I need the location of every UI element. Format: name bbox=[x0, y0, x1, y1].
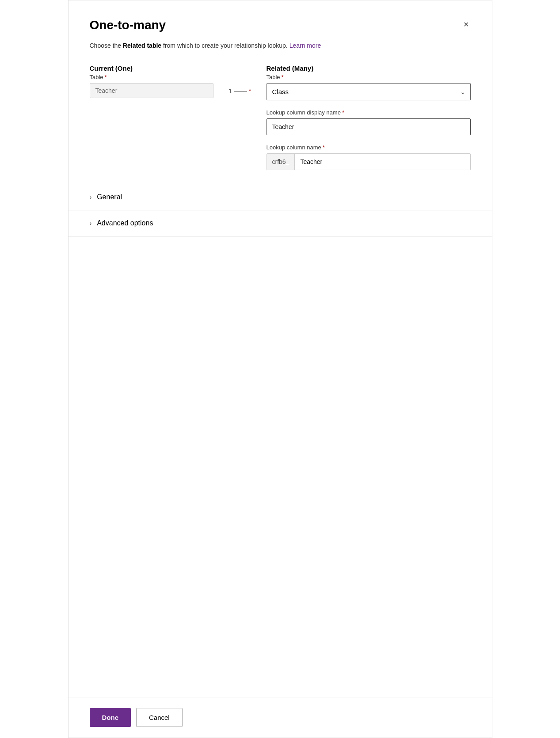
lookup-display-label: Lookup column display name * bbox=[267, 109, 471, 116]
current-column: Current (One) Table * Teacher bbox=[90, 65, 213, 98]
related-table-select[interactable]: Class bbox=[267, 83, 471, 100]
close-button[interactable]: × bbox=[462, 18, 471, 30]
description-suffix: from which to create your relationship l… bbox=[161, 42, 289, 49]
lookup-display-required: * bbox=[342, 109, 344, 116]
description-bold: Related table bbox=[123, 42, 161, 49]
general-section-title: General bbox=[97, 193, 122, 201]
description-prefix: Choose the bbox=[90, 42, 123, 49]
dialog: One-to-many × Choose the Related table f… bbox=[68, 0, 492, 738]
current-table-required: * bbox=[105, 74, 107, 80]
advanced-section: › Advanced options bbox=[69, 210, 492, 236]
advanced-chevron-icon: › bbox=[90, 220, 92, 227]
dialog-header: One-to-many × bbox=[90, 18, 471, 32]
dialog-title: One-to-many bbox=[90, 18, 166, 32]
lookup-name-wrapper: crfb6_ bbox=[267, 153, 471, 170]
dialog-footer: Done Cancel bbox=[69, 697, 492, 738]
lookup-name-label: Lookup column name * bbox=[267, 144, 471, 151]
sep-number: 1 bbox=[229, 87, 232, 95]
related-table-required: * bbox=[282, 74, 284, 80]
advanced-section-toggle[interactable]: › Advanced options bbox=[90, 210, 471, 236]
general-section-toggle[interactable]: › General bbox=[90, 184, 471, 210]
done-button[interactable]: Done bbox=[90, 708, 131, 727]
general-section: › General bbox=[69, 184, 492, 210]
lookup-prefix: crfb6_ bbox=[267, 154, 295, 170]
lookup-name-required: * bbox=[323, 144, 325, 151]
separator-line: 1 * bbox=[229, 87, 251, 95]
learn-more-link[interactable]: Learn more bbox=[290, 42, 321, 49]
sep-dash bbox=[234, 91, 247, 91]
related-table-select-wrapper: Class ⌄ bbox=[267, 83, 471, 100]
form-columns: Current (One) Table * Teacher 1 * Relate… bbox=[90, 65, 471, 170]
current-heading: Current (One) bbox=[90, 65, 213, 72]
dialog-description: Choose the Related table from which to c… bbox=[90, 41, 471, 50]
advanced-section-title: Advanced options bbox=[97, 219, 153, 227]
main-content: One-to-many × Choose the Related table f… bbox=[90, 18, 471, 738]
current-table-label: Table * bbox=[90, 74, 213, 80]
related-table-label: Table * bbox=[267, 74, 471, 80]
sep-asterisk: * bbox=[249, 87, 251, 95]
general-chevron-icon: › bbox=[90, 194, 92, 201]
cancel-button[interactable]: Cancel bbox=[136, 708, 183, 727]
lookup-name-input[interactable] bbox=[295, 154, 470, 170]
related-column: Related (Many) Table * Class ⌄ Lookup co… bbox=[267, 65, 471, 170]
related-heading: Related (Many) bbox=[267, 65, 471, 72]
lookup-display-input[interactable] bbox=[267, 118, 471, 135]
current-table-value: Teacher bbox=[90, 83, 213, 98]
separator: 1 * bbox=[213, 65, 267, 95]
